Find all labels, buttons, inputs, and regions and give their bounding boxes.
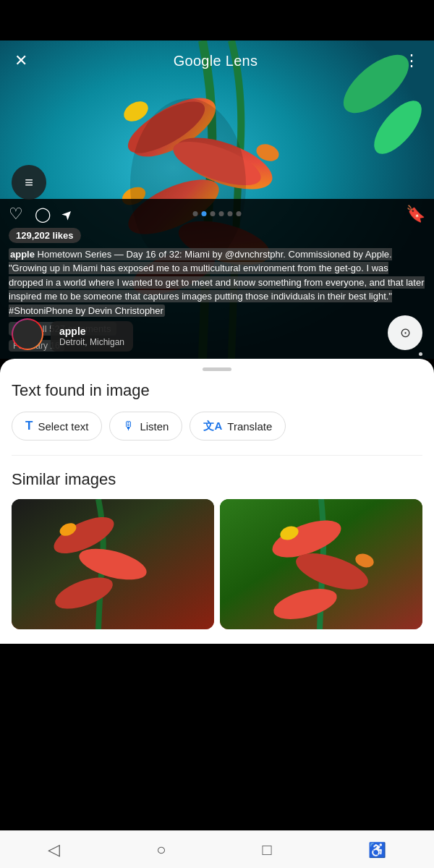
drag-handle[interactable] <box>203 367 231 371</box>
post-actions: ♡ ◯ ➤ 🔖 <box>9 205 425 224</box>
found-text-title: Text found in image <box>12 381 422 400</box>
profile-location: Detroit, Michigan <box>59 337 124 347</box>
filter-button[interactable]: ≡ <box>12 165 46 200</box>
similar-image-1[interactable] <box>12 499 214 629</box>
heart-icon[interactable]: ♡ <box>9 205 23 224</box>
dot-3 <box>210 211 216 216</box>
back-button[interactable]: ◁ <box>33 836 75 864</box>
comment-icon[interactable]: ◯ <box>35 205 51 223</box>
carousel-dots <box>193 211 242 216</box>
similar-image-2[interactable] <box>220 499 422 629</box>
top-bar: ✕ Google Lens ⋮ <box>0 41 434 81</box>
translate-label: Translate <box>227 420 272 433</box>
dot-1 <box>193 211 198 216</box>
close-button[interactable]: ✕ <box>12 50 30 72</box>
recents-button[interactable]: □ <box>247 836 286 864</box>
similar-images-grid <box>12 499 422 629</box>
dot-5 <box>228 211 233 216</box>
accessibility-button[interactable]: ♿ <box>354 837 401 863</box>
dot-4 <box>219 211 224 216</box>
dot-6 <box>237 211 242 216</box>
divider <box>12 455 422 456</box>
translate-button[interactable]: 文A Translate <box>190 412 286 441</box>
dot-2 <box>202 211 207 216</box>
likes-count: 129,202 likes <box>9 228 81 243</box>
app-title: Google Lens <box>174 53 258 69</box>
lens-search-button[interactable]: ⊙ <box>388 315 422 350</box>
listen-label: Listen <box>140 420 169 433</box>
image-area: ♡ ◯ ➤ 🔖 129,202 likes <box>0 41 434 359</box>
action-buttons: T Select text 🎙 Listen 文A Translate <box>12 412 422 441</box>
translate-icon: 文A <box>203 420 222 433</box>
more-options-button[interactable]: ⋮ <box>401 50 422 72</box>
bottom-panel: Text found in image T Select text 🎙 List… <box>0 359 434 644</box>
bottom-navigation: ◁ ○ □ ♿ <box>0 830 434 868</box>
home-button[interactable]: ○ <box>142 836 180 864</box>
share-icon[interactable]: ➤ <box>58 204 77 223</box>
mini-profile: apple Detroit, Michigan <box>51 321 133 352</box>
similar-images-title: Similar images <box>12 470 422 489</box>
select-text-label: Select text <box>38 420 88 433</box>
listen-icon: 🎙 <box>123 420 135 433</box>
listen-button[interactable]: 🎙 Listen <box>109 412 182 441</box>
lens-search-icon: ⊙ <box>400 325 411 341</box>
avatar-image <box>13 320 42 349</box>
text-icon: T <box>25 419 33 433</box>
post-caption: apple Hometown Series — Day 16 of 32: Mi… <box>9 247 425 318</box>
profile-name: apple <box>59 326 124 337</box>
filter-icon: ≡ <box>25 174 33 191</box>
bookmark-icon[interactable]: 🔖 <box>406 205 425 224</box>
avatar[interactable] <box>12 318 43 350</box>
select-text-button[interactable]: T Select text <box>12 412 102 441</box>
